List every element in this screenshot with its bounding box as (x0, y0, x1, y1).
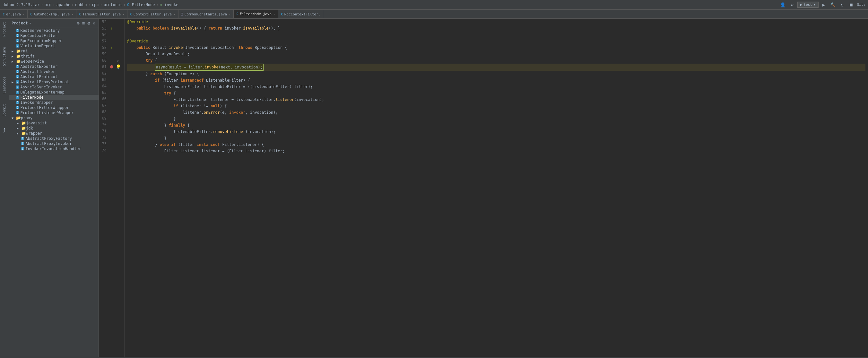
breadcrumb-org[interactable]: org (44, 3, 52, 7)
structure-icon[interactable]: Structure (1, 45, 8, 68)
line-gutter-52: 52 (99, 19, 124, 25)
tab-commonconstants[interactable]: I CommonConstants.java ✕ (179, 10, 234, 19)
tab-icon-c: C (281, 12, 283, 17)
play-icon[interactable]: ▶ (821, 2, 826, 8)
code-line-68: listener.onError(e, invoker, invocation)… (127, 109, 865, 116)
code-line-65: try { (127, 90, 865, 97)
tree-item-rpcexceptionmapper[interactable]: C RpcExceptionMapper (9, 38, 98, 44)
item-label: proxy (21, 116, 32, 120)
breadcrumb-dubbo[interactable]: dubbo (75, 3, 87, 7)
stop-icon[interactable]: ⏹ (847, 2, 855, 8)
tab-close-automock[interactable]: ✕ (71, 12, 73, 16)
tab-close-common[interactable]: ✕ (229, 12, 231, 16)
breakpoint-icon[interactable] (110, 65, 113, 68)
tab-filternode[interactable]: C FilterNode.java ✕ (234, 10, 278, 19)
tree-item-abstractexporter[interactable]: C AbstractExporter (9, 64, 98, 69)
tree-item-delegateexportermap[interactable]: C DelegateExporterMap (9, 90, 98, 95)
line-num-68: 68 (99, 109, 108, 115)
arrow: ▶ (17, 132, 21, 135)
class-icon: C (16, 91, 19, 94)
run-dropdown[interactable]: ▶ test ▾ (797, 2, 818, 8)
class-icon: C (16, 96, 19, 99)
project-icon[interactable]: Project (1, 20, 8, 38)
tree-item-javassist[interactable]: ▶ 📁 javassist (9, 120, 98, 126)
undo-icon[interactable]: ↩ (789, 2, 795, 8)
tree-item-invokerwrapper[interactable]: C InvokerWrapper (9, 100, 98, 105)
code-line-59: Result asyncResult; (127, 51, 865, 57)
code-line-53: public boolean isAvailable() { return in… (127, 25, 865, 31)
item-label: rmi (21, 49, 28, 53)
code-line-58: public Result invoke(Invocation invocati… (127, 44, 865, 51)
line-num-70: 70 (99, 121, 108, 128)
item-label: AsyncToSyncInvoker (20, 85, 62, 89)
build-icon[interactable]: 🔨 (829, 2, 837, 8)
line-gutter-61: 61 💡 (99, 64, 124, 70)
tree-item-abstractprotocol[interactable]: C AbstractProtocol (9, 74, 98, 79)
tab-timeoutfilter[interactable]: C TimeoutFilter.java ✕ (76, 10, 127, 19)
collapse-icon[interactable]: ≡ (82, 20, 85, 26)
gutter-61[interactable] (108, 65, 115, 68)
person-icon[interactable]: 👤 (779, 2, 787, 8)
tree-item-webservice[interactable]: ▶ 📁 webservice (9, 59, 98, 64)
item-label: ViolationReport (20, 44, 55, 48)
tab-label: RpcContextFilter. (284, 12, 321, 17)
tab-er-java[interactable]: C er.java ✕ (0, 10, 28, 19)
tree-item-protocolfilterwrapper[interactable]: C ProtocolFilterWrapper (9, 105, 98, 110)
toolbar: 👤 ↩ ▶ test ▾ ▶ 🔨 ↻ ⏹ Git: (779, 2, 865, 8)
item-label: thrift (21, 54, 35, 58)
commit-icon[interactable]: Commit (1, 102, 8, 118)
tree-item-filternode[interactable]: C FilterNode (9, 95, 98, 100)
line-num-58: 58 (99, 44, 108, 51)
tab-automockimpl[interactable]: C AutoMockImpl.java ✕ (28, 10, 76, 19)
tab-label: ContextFilter.java (133, 12, 172, 17)
item-label: AbstractExporter (20, 64, 58, 69)
tree-item-protocollistenerwrapper[interactable]: C ProtocolListenerWrapper (9, 110, 98, 115)
tab-close-context[interactable]: ✕ (174, 12, 176, 16)
tree-item-invokerinvocationhandler[interactable]: C InvokerInvocationHandler (9, 146, 98, 152)
line-num-61: 61 (99, 64, 108, 70)
step-over-icon: ↑ (111, 26, 113, 30)
tab-close-timeout[interactable]: ✕ (123, 12, 125, 16)
leetcode-icon[interactable]: Leetcode (1, 75, 8, 95)
line-gutter-64: 64 (99, 83, 124, 89)
tree-item-rmi[interactable]: ▶ 📁 rmi (9, 49, 98, 54)
item-label: AbstractInvoker (20, 70, 55, 74)
file-tree-title: Project (11, 21, 28, 25)
tree-item-violationreport[interactable]: C ViolationReport (9, 44, 98, 49)
tree-item-wrapper[interactable]: ▶ 📁 wrapper (9, 131, 98, 136)
breadcrumb-filternode[interactable]: C FilterNode (127, 3, 155, 7)
tree-item-abstractproxyinvoker[interactable]: C AbstractProxyInvoker (9, 141, 98, 146)
push-icon[interactable]: ⤴ (2, 125, 7, 136)
tree-item-thrift[interactable]: ▶ 📁 thrift (9, 54, 98, 59)
tree-item-asynctosyncinvoker[interactable]: C AsyncToSyncInvoker (9, 84, 98, 90)
settings-icon[interactable]: ⚙ (87, 20, 91, 26)
fold-icon[interactable]: ▷ (117, 59, 119, 62)
tree-item-rpccontextfilter[interactable]: C RpcContextFilter (9, 33, 98, 38)
tab-contextfilter[interactable]: C ContextFilter.java ✕ (127, 10, 179, 19)
tab-rpccontextfilter[interactable]: C RpcContextFilter. (278, 10, 323, 19)
breadcrumb-rpc[interactable]: rpc (92, 3, 99, 7)
line-gutter-70: 70 (99, 121, 124, 128)
breadcrumb-apache[interactable]: apache (57, 3, 70, 7)
tab-close-filternode[interactable]: ✕ (274, 12, 275, 16)
reload-icon[interactable]: ↻ (839, 2, 844, 8)
tree-item-restserverfactory[interactable]: C RestServerFactory (9, 28, 98, 33)
tree-item-abstractinvoker[interactable]: C AbstractInvoker (9, 69, 98, 74)
tab-close-er-java[interactable]: ✕ (23, 12, 25, 16)
close-panel-icon[interactable]: ✕ (92, 20, 96, 26)
item-label: InvokerInvocationHandler (25, 146, 81, 151)
tree-item-abstractproxyfactory[interactable]: C AbstractProxyFactory (9, 136, 98, 141)
breadcrumb-protocol[interactable]: protocol (104, 3, 122, 7)
line-gutter-58: 58 ↑ (99, 44, 124, 51)
arrow: ▶ (11, 60, 16, 63)
main-layout: Project Structure Leetcode Commit ⤴ Proj… (0, 19, 868, 357)
line-gutter-68: 68 (99, 109, 124, 115)
tree-item-abstractproxyprotocol[interactable]: ▶ C AbstractProxyProtocol (9, 79, 98, 84)
class-icon: C (16, 111, 19, 114)
folder-icon: 📁 (16, 54, 21, 58)
breadcrumb-invoke[interactable]: m invoke (160, 3, 179, 7)
locate-icon[interactable]: ⊕ (76, 20, 80, 26)
tree-item-jdk[interactable]: ▶ 📁 jdk (9, 126, 98, 131)
code-line-72: } (127, 135, 865, 141)
tree-item-proxy[interactable]: ▼ 📂 proxy (9, 115, 98, 120)
